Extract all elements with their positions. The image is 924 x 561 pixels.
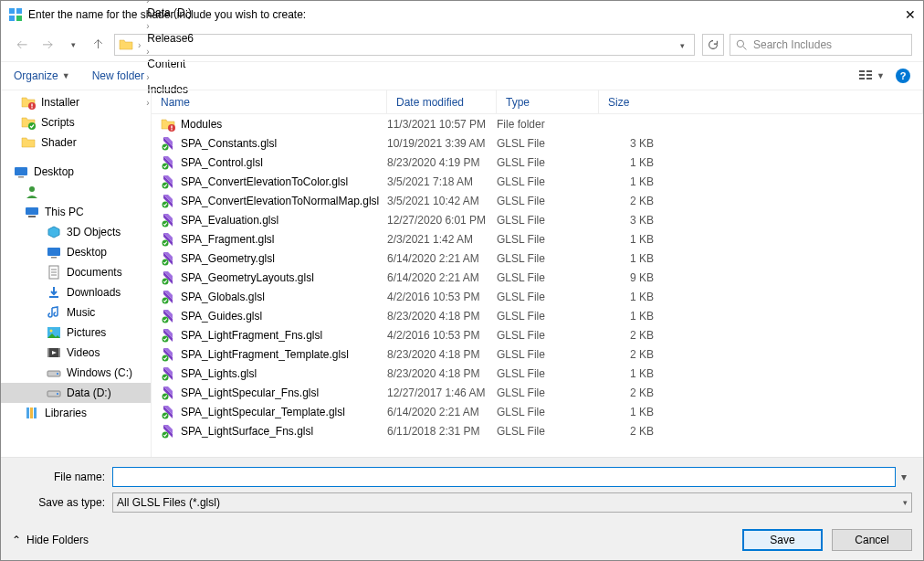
svg-rect-7	[859, 74, 865, 76]
svg-rect-22	[51, 257, 57, 259]
address-bar[interactable]: › This PC›Data (D:)›Release6›Content›Inc…	[114, 34, 695, 56]
sidebar-item[interactable]: Desktop	[1, 242, 151, 262]
sidebar-user[interactable]	[1, 182, 151, 202]
sidebar-item[interactable]: Pictures	[1, 323, 151, 343]
sidebar-item[interactable]: 3D Objects	[1, 222, 151, 242]
column-type[interactable]: Type	[497, 90, 599, 113]
sidebar-item[interactable]: Documents	[1, 262, 151, 282]
user-icon	[25, 185, 39, 199]
address-dropdown[interactable]: ▾	[675, 38, 690, 51]
file-row[interactable]: SPA_Guides.glsl8/23/2020 4:18 PMGLSL Fil…	[152, 306, 923, 325]
svg-rect-19	[26, 207, 38, 215]
refresh-button[interactable]	[702, 34, 724, 56]
file-row[interactable]: SPA_GeometryLayouts.glsl6/14/2020 2:21 A…	[152, 268, 923, 287]
sidebar-item[interactable]: Windows (C:)	[1, 363, 151, 383]
sidebar-item[interactable]: Scripts	[1, 112, 151, 132]
file-row[interactable]: SPA_ConvertElevationToColor.glsl3/5/2021…	[152, 172, 923, 191]
file-name: SPA_Fragment.glsl	[181, 233, 275, 246]
file-name: SPA_Constants.glsl	[181, 137, 277, 150]
cancel-button[interactable]: Cancel	[832, 529, 912, 551]
glsl-icon	[161, 309, 175, 323]
search-input[interactable]: Search Includes	[730, 34, 912, 56]
forward-button[interactable]: 🡢	[37, 35, 58, 55]
glsl-icon	[161, 405, 175, 419]
file-row[interactable]: SPA_Globals.glsl4/2/2016 10:53 PMGLSL Fi…	[152, 287, 923, 306]
column-size[interactable]: Size	[599, 90, 923, 113]
column-name[interactable]: Name	[152, 90, 387, 113]
sidebar-item[interactable]: Shader	[1, 132, 151, 153]
sidebar-item[interactable]: Data (D:)	[1, 383, 151, 403]
breadcrumb-item[interactable]: Release6	[145, 32, 195, 45]
chevron-down-icon: ▼	[62, 71, 70, 80]
sidebar-item[interactable]: Downloads	[1, 282, 151, 302]
file-row[interactable]: SPA_ConvertElevationToNormalMap.glsl3/5/…	[152, 191, 923, 210]
recent-dropdown[interactable]: ▾	[63, 35, 83, 55]
file-type: GLSL File	[497, 214, 599, 227]
glsl-icon	[161, 290, 175, 304]
music-icon	[47, 305, 61, 320]
desktop-icon	[47, 245, 61, 259]
doc-icon	[47, 265, 61, 280]
filename-input[interactable]	[112, 467, 896, 487]
filename-dropdown[interactable]: ▾	[896, 471, 912, 483]
sidebar-this-pc[interactable]: This PC	[1, 202, 151, 222]
view-menu[interactable]: ▼	[858, 69, 885, 83]
file-row[interactable]: SPA_LightSpecular_Template.glsl6/14/2020…	[152, 402, 923, 421]
svg-point-4	[737, 40, 743, 47]
file-row[interactable]: Modules11/3/2021 10:57 PMFile folder	[152, 114, 923, 133]
sidebar-desktop[interactable]: Desktop	[1, 162, 151, 182]
file-row[interactable]: SPA_Evaluation.glsl12/27/2020 6:01 PMGLS…	[152, 210, 923, 229]
organize-menu[interactable]: Organize ▼	[14, 69, 70, 82]
svg-rect-27	[49, 296, 58, 298]
file-list[interactable]: Modules11/3/2021 10:57 PMFile folderSPA_…	[152, 114, 923, 457]
close-button[interactable]: ✕	[879, 7, 916, 22]
back-button[interactable]: 🡠	[12, 35, 32, 55]
up-button[interactable]: 🡡	[89, 35, 109, 55]
file-row[interactable]: SPA_Lights.glsl8/23/2020 4:18 PMGLSL Fil…	[152, 364, 923, 383]
file-row[interactable]: SPA_Fragment.glsl2/3/2021 1:42 AMGLSL Fi…	[152, 229, 923, 249]
svg-rect-8	[859, 78, 865, 79]
file-row[interactable]: SPA_LightFragment_Fns.glsl4/2/2016 10:53…	[152, 325, 923, 344]
file-row[interactable]: SPA_Constants.glsl10/19/2021 3:39 AMGLSL…	[152, 133, 923, 153]
glsl-icon	[161, 194, 175, 208]
glsl-icon	[161, 175, 175, 189]
sidebar-item[interactable]: Videos	[1, 343, 151, 363]
svg-rect-42	[171, 129, 172, 130]
sidebar-item[interactable]: Installer	[1, 92, 151, 112]
svg-rect-38	[30, 408, 33, 418]
help-button[interactable]: ?	[896, 69, 910, 83]
file-row[interactable]: SPA_Geometry.glsl6/14/2020 2:21 AMGLSL F…	[152, 249, 923, 268]
file-type: File folder	[497, 118, 599, 131]
pic-icon	[47, 325, 61, 340]
svg-rect-13	[31, 104, 32, 107]
saveas-combo[interactable]: All GLSL Files (*.glsl) ▾	[112, 492, 912, 513]
file-date: 8/23/2020 4:18 PM	[387, 310, 497, 323]
glsl-icon	[161, 213, 175, 228]
hide-folders-button[interactable]: ⌃ Hide Folders	[12, 534, 89, 546]
file-size: 3 KB	[599, 214, 672, 227]
file-size: 1 KB	[599, 367, 672, 380]
new-folder-button[interactable]: New folder	[92, 69, 144, 82]
chevron-right-icon: ›	[138, 40, 141, 50]
file-row[interactable]: SPA_LightSurface_Fns.glsl6/11/2018 2:31 …	[152, 421, 923, 440]
sidebar-item[interactable]: Music	[1, 302, 151, 323]
file-row[interactable]: SPA_LightFragment_Template.glsl8/23/2020…	[152, 344, 923, 364]
svg-rect-1	[16, 8, 22, 14]
file-size: 9 KB	[599, 271, 672, 284]
file-type: GLSL File	[497, 348, 599, 361]
svg-line-5	[743, 47, 746, 49]
file-type: GLSL File	[497, 406, 599, 418]
toolbar: Organize ▼ New folder ▼ ?	[1, 61, 923, 90]
file-date: 8/23/2020 4:18 PM	[387, 348, 497, 361]
save-button[interactable]: Save	[742, 529, 823, 551]
breadcrumb-item[interactable]: Data (D:)	[145, 6, 195, 19]
file-row[interactable]: SPA_Control.glsl8/23/2020 4:19 PMGLSL Fi…	[152, 153, 923, 172]
file-row[interactable]: SPA_LightSpecular_Fns.glsl12/27/2017 1:4…	[152, 383, 923, 402]
file-header: Name Date modified Type Size	[152, 90, 923, 114]
glsl-icon	[161, 366, 175, 381]
svg-rect-0	[9, 8, 15, 14]
column-date[interactable]: Date modified	[387, 90, 497, 113]
sidebar[interactable]: InstallerScriptsShader Desktop This PC 3…	[1, 90, 152, 457]
sidebar-libraries[interactable]: Libraries	[1, 403, 151, 423]
glsl-icon	[161, 251, 175, 266]
